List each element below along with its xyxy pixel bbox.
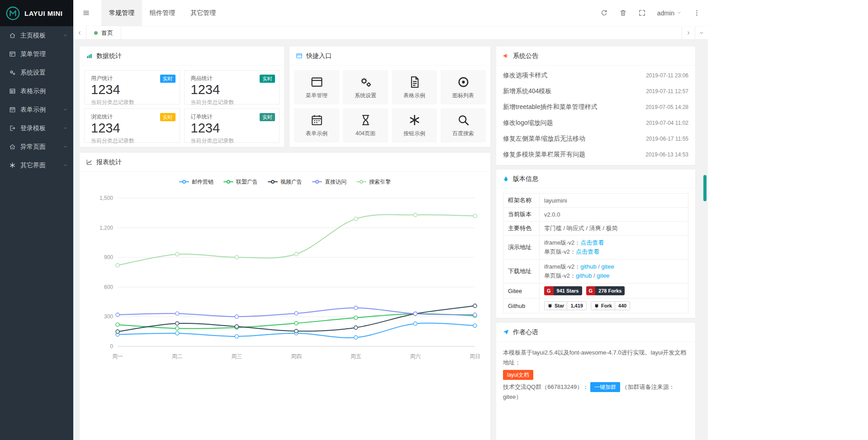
sidebar-item[interactable]: 其它界面 (0, 156, 73, 175)
quick-entry-item[interactable]: 按钮示例 (392, 108, 437, 142)
sidebar-item[interactable]: 登录模板 (0, 119, 73, 137)
prev-tab-button[interactable] (73, 26, 86, 39)
active-tab-dot (94, 31, 98, 35)
quick-entry-item[interactable]: 系统设置 (343, 70, 388, 104)
quick-entry-item[interactable]: 百度搜索 (441, 108, 486, 142)
stat-panel: 实时 商品统计 1234 当前分类总记录数 (184, 70, 280, 104)
scrollbar-thumb[interactable] (703, 175, 707, 201)
github-badge[interactable]: Star1,419 (544, 301, 587, 310)
notice-item[interactable]: 修复左侧菜单缩放后无法移动 2019-06-17 11:55 (503, 131, 688, 147)
realtime-badge: 实时 (260, 113, 275, 121)
notice-list: 修改选项卡样式 2019-07-11 23:06 新增系统404模板 2019-… (496, 66, 695, 164)
sidebar-toggle-button[interactable] (73, 0, 99, 26)
sidebar-item[interactable]: 菜单管理 (0, 45, 73, 63)
user-menu[interactable]: admin (657, 9, 682, 17)
sidebar-item-label: 异常页面 (20, 143, 63, 151)
legend-item[interactable]: 联盟广告 (223, 178, 258, 186)
report-line-chart: 03006009001,2001,500周一周二周三周四周五周六周日 (86, 190, 484, 362)
paper-plane-icon (503, 329, 509, 336)
svg-text:1,200: 1,200 (100, 225, 113, 231)
notice-item[interactable]: 修复多模块菜单栏展开有问题 2019-06-13 14:53 (503, 147, 688, 162)
notice-item[interactable]: 修改logo缩放问题 2019-07-04 11:02 (503, 115, 688, 131)
legend-marker (268, 180, 278, 184)
trash-icon (619, 9, 627, 17)
tab-home[interactable]: 首页 (86, 26, 121, 39)
header-nav-tab[interactable]: 其它管理 (183, 0, 223, 26)
exception-icon (9, 143, 16, 150)
login-icon (9, 125, 16, 132)
sidebar-item[interactable]: 异常页面 (0, 137, 73, 156)
notice-date: 2019-07-05 14:28 (645, 104, 688, 110)
stat-panel: 实时 订单统计 1234 当前分类总记录数 (184, 109, 280, 143)
quick-entry-item[interactable]: 菜单管理 (294, 70, 339, 104)
window-icon (310, 76, 323, 89)
svg-text:900: 900 (104, 254, 113, 260)
header-nav-tab[interactable]: 组件管理 (142, 0, 183, 26)
sidebar-menu: 主页模板 菜单管理 系统设置 表格示例 (0, 26, 73, 175)
svg-text:周六: 周六 (410, 353, 421, 360)
sidebar-item[interactable]: 系统设置 (0, 63, 73, 82)
main-content: 数据统计 实时 用户统计 1234 当前分类总记录数 实时 商品统计 1234 (73, 40, 708, 440)
version-row-label: 主要特色 (503, 222, 540, 236)
notice-text: 修改选项卡样式 (503, 71, 547, 80)
sidebar-item-label: 表格示例 (20, 87, 68, 95)
notice-item[interactable]: 新增系统404模板 2019-07-11 12:57 (503, 83, 688, 99)
header-nav-tab[interactable]: 常规管理 (101, 0, 142, 26)
quick-entry-item[interactable]: 404页面 (343, 108, 388, 142)
version-row-label: 当前版本 (503, 208, 540, 222)
quick-entry-header: 快捷入口 (289, 47, 490, 66)
header-nav-tabs: 常规管理 组件管理 其它管理 (101, 0, 223, 26)
refresh-button[interactable] (600, 9, 608, 17)
sidebar-item[interactable]: 表格示例 (0, 82, 73, 100)
version-link[interactable]: gitee (601, 263, 614, 270)
gitee-badge[interactable]: G941 Stars (544, 286, 582, 295)
version-row-value: Star1,419Fork440 (540, 298, 688, 313)
legend-marker (312, 180, 322, 184)
notice-item[interactable]: 新增treetable插件和菜单管理样式 2019-07-05 14:28 (503, 99, 688, 115)
notice-text: 新增系统404模板 (503, 87, 551, 95)
notice-item[interactable]: 修改选项卡样式 2019-07-11 23:06 (503, 67, 688, 83)
legend-item[interactable]: 直接访问 (312, 178, 346, 186)
quick-entry-item[interactable]: 表格示例 (392, 70, 437, 104)
header-actions: admin (600, 0, 708, 26)
quick-entry-label: 按钮示例 (403, 130, 425, 137)
legend-item[interactable]: 邮件营销 (179, 178, 213, 186)
fullscreen-button[interactable] (638, 9, 646, 17)
tab-operations-dropdown[interactable] (695, 26, 708, 39)
version-table: 框架名称layuimini当前版本v2.0.0主要特色零门槛 / 响应式 / 清… (503, 193, 688, 313)
notice-text: 修复左侧菜单缩放后无法移动 (503, 135, 585, 143)
quick-entry-item[interactable]: 表单示例 (294, 108, 339, 142)
quick-entry-item[interactable]: 图标列表 (441, 70, 486, 104)
author-text-line1: 本模板基于layui2.5.4以及font-awesome-4.7.0进行实现。… (503, 348, 688, 368)
more-menu-button[interactable] (693, 9, 701, 17)
sidebar-item-label: 菜单管理 (20, 50, 68, 58)
legend-label: 联盟广告 (236, 178, 258, 186)
sidebar-item[interactable]: 主页模板 (0, 26, 73, 45)
layui-doc-badge[interactable]: layui文档 (503, 370, 533, 380)
github-badge[interactable]: Fork440 (591, 301, 630, 310)
chevron-left-icon (77, 30, 82, 36)
qq-group-badge[interactable]: 一键加群 (590, 382, 620, 392)
app-logo[interactable]: LAYUI MINI (0, 0, 73, 26)
layui-mini-logo-icon (5, 6, 20, 21)
sidebar-item[interactable]: 表单示例 (0, 100, 73, 119)
version-link[interactable]: github (576, 272, 592, 279)
stat-desc: 当前分类总记录数 (191, 137, 273, 145)
svg-text:周五: 周五 (351, 353, 361, 360)
search-icon (457, 114, 470, 127)
clear-cache-button[interactable] (619, 9, 627, 17)
next-tab-button[interactable] (682, 26, 695, 39)
stat-value: 1234 (91, 83, 173, 97)
gitee-badge[interactable]: G278 Forks (586, 286, 625, 295)
legend-item[interactable]: 视频广告 (268, 178, 302, 186)
legend-item[interactable]: 搜索引擎 (356, 178, 391, 186)
version-link[interactable]: github (580, 263, 596, 270)
line-chart-icon (86, 159, 93, 166)
version-link[interactable]: 点击查看 (576, 248, 599, 255)
version-link[interactable]: 点击查看 (580, 239, 604, 246)
notice-date: 2019-06-13 14:53 (645, 151, 688, 158)
version-row-value: layuimini (540, 194, 688, 208)
chevron-down-icon (63, 126, 68, 131)
quick-entry-grid: 菜单管理 系统设置 表格示例 图标列表 (289, 66, 490, 147)
version-link[interactable]: gitee (597, 272, 609, 279)
